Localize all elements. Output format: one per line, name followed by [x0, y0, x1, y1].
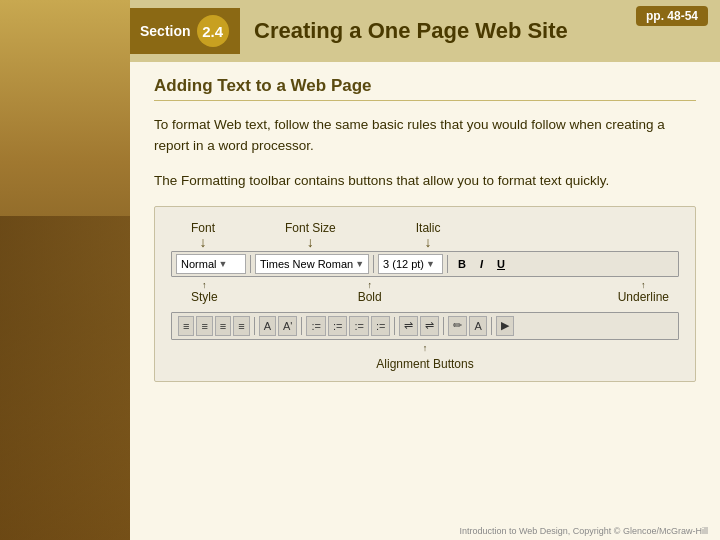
style-label: Style: [191, 290, 218, 304]
left-panel: [0, 0, 130, 540]
alignment-toolbar: ≡ ≡ ≡ ≡ A A' := := := := ⇌ ⇌ ✏: [171, 312, 679, 340]
style-dropdown-arrow: ▼: [218, 259, 227, 269]
underline-label: Underline: [618, 290, 669, 304]
footer: Introduction to Web Design, Copyright © …: [130, 522, 720, 540]
font-size-label: Font Size: [285, 221, 336, 235]
style-value: Normal: [181, 258, 216, 270]
align-btn-14[interactable]: A: [469, 316, 486, 336]
align-sep2: [301, 317, 302, 335]
italic-label: Italic: [416, 221, 441, 235]
align-sep5: [491, 317, 492, 335]
align-btn-15[interactable]: ▶: [496, 316, 514, 336]
sep1: [250, 255, 251, 273]
alignment-label: Alignment Buttons: [376, 357, 473, 371]
fake-toolbar: Normal ▼ Times New Roman ▼ 3 (12 pt) ▼: [171, 251, 679, 277]
keyboard-decoration: [0, 216, 130, 540]
align-btn-12[interactable]: ⇌: [420, 316, 439, 336]
style-dropdown[interactable]: Normal ▼: [176, 254, 246, 274]
font-dropdown-arrow: ▼: [355, 259, 364, 269]
page-container: Section 2.4 Creating a One Page Web Site…: [0, 0, 720, 540]
pp-badge: pp. 48-54: [636, 6, 708, 26]
align-sep1: [254, 317, 255, 335]
align-sep4: [443, 317, 444, 335]
align-btn-11[interactable]: ⇌: [399, 316, 418, 336]
header-bar: Section 2.4 Creating a One Page Web Site…: [130, 0, 720, 62]
size-value: 3 (12 pt): [383, 258, 424, 270]
underline-button[interactable]: U: [491, 254, 511, 274]
toolbar-illustration: Font ↓ Font Size ↓ Italic ↓: [154, 206, 696, 382]
align-left-button[interactable]: ≡: [178, 316, 194, 336]
align-center-button[interactable]: ≡: [196, 316, 212, 336]
section-label: Section: [140, 23, 191, 39]
subtitle: Adding Text to a Web Page: [154, 76, 696, 101]
align-btn-13[interactable]: ✏: [448, 316, 467, 336]
size-dropdown[interactable]: 3 (12 pt) ▼: [378, 254, 443, 274]
section-number: 2.4: [197, 15, 229, 47]
paragraph-1: To format Web text, follow the same basi…: [154, 115, 696, 157]
main-content: Section 2.4 Creating a One Page Web Site…: [130, 0, 720, 540]
bold-button[interactable]: B: [452, 254, 472, 274]
align-btn-6[interactable]: A': [278, 316, 297, 336]
align-btn-5[interactable]: A: [259, 316, 276, 336]
section-badge: Section 2.4: [130, 8, 240, 54]
content-area: Adding Text to a Web Page To format Web …: [130, 62, 720, 522]
align-btn-9[interactable]: :=: [349, 316, 368, 336]
justify-button[interactable]: ≡: [233, 316, 249, 336]
paragraph-2: The Formatting toolbar contains buttons …: [154, 171, 696, 192]
sep2: [373, 255, 374, 273]
align-btn-8[interactable]: :=: [328, 316, 347, 336]
bold-label: Bold: [358, 290, 382, 304]
align-right-button[interactable]: ≡: [215, 316, 231, 336]
align-btn-10[interactable]: :=: [371, 316, 390, 336]
font-value: Times New Roman: [260, 258, 353, 270]
font-dropdown[interactable]: Times New Roman ▼: [255, 254, 369, 274]
align-btn-7[interactable]: :=: [306, 316, 325, 336]
sep3: [447, 255, 448, 273]
size-dropdown-arrow: ▼: [426, 259, 435, 269]
align-sep3: [394, 317, 395, 335]
italic-button[interactable]: I: [474, 254, 489, 274]
font-label: Font: [191, 221, 215, 235]
